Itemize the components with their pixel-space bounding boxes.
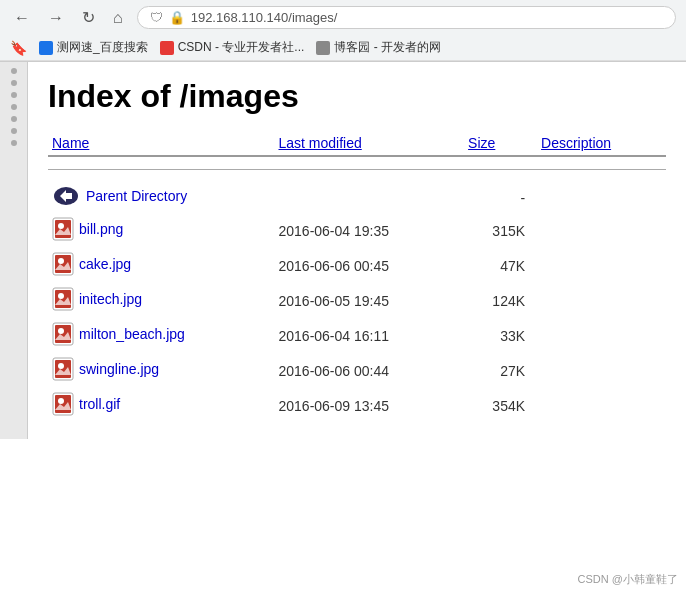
file-name-cell[interactable]: troll.gif (48, 388, 274, 423)
directory-table: Name Last modified Size Description Pare… (48, 131, 666, 423)
table-row: bill.png 2016-06-04 19:35315K (48, 213, 666, 248)
file-name-cell[interactable]: cake.jpg (48, 248, 274, 283)
image-file-icon (52, 217, 74, 241)
table-header-row: Name Last modified Size Description (48, 131, 666, 156)
file-description-cell (537, 213, 666, 248)
bookmark-baidu[interactable]: 测网速_百度搜索 (39, 39, 148, 56)
file-name-label: bill.png (79, 221, 123, 237)
url-text: 192.168.110.140/images/ (191, 10, 338, 25)
parent-dir-icon (52, 186, 80, 206)
sidebar-dot-6 (11, 128, 17, 134)
bookmarks-icon: 🔖 (10, 40, 27, 56)
file-modified-cell: 2016-06-06 00:45 (274, 248, 464, 283)
table-row: initech.jpg 2016-06-05 19:45124K (48, 283, 666, 318)
col-header-name[interactable]: Name (48, 131, 274, 156)
col-header-description[interactable]: Description (537, 131, 666, 156)
file-size-cell: - (464, 182, 537, 213)
shield-icon: 🛡 (150, 10, 163, 25)
bookmark-cnblogs[interactable]: 博客园 - 开发者的网 (316, 39, 441, 56)
table-row: swingline.jpg 2016-06-06 00:4427K (48, 353, 666, 388)
svg-point-16 (58, 328, 64, 334)
bookmarks-bar: 🔖 测网速_百度搜索 CSDN - 专业开发者社... 博客园 - 开发者的网 (0, 35, 686, 61)
file-description-cell (537, 353, 666, 388)
home-button[interactable]: ⌂ (109, 7, 127, 29)
csdn-favicon (160, 41, 174, 55)
svg-point-12 (58, 293, 64, 299)
browser-chrome: ← → ↻ ⌂ 🛡 🔒 192.168.110.140/images/ 🔖 测网… (0, 0, 686, 62)
bookmark-csdn[interactable]: CSDN - 专业开发者社... (160, 39, 305, 56)
image-file-icon (52, 322, 74, 346)
file-modified-cell: 2016-06-04 19:35 (274, 213, 464, 248)
main-content: Index of /images Name Last modified Size… (28, 62, 686, 439)
parent-dir-label: Parent Directory (86, 188, 187, 204)
file-name-cell[interactable]: milton_beach.jpg (48, 318, 274, 353)
file-name-label: swingline.jpg (79, 361, 159, 377)
file-modified-cell: 2016-06-09 13:45 (274, 388, 464, 423)
svg-point-20 (58, 363, 64, 369)
file-size-cell: 354K (464, 388, 537, 423)
file-modified-cell (274, 182, 464, 213)
table-row: milton_beach.jpg 2016-06-04 16:1133K (48, 318, 666, 353)
file-description-cell (537, 283, 666, 318)
bookmark-cnblogs-label: 博客园 - 开发者的网 (334, 39, 441, 56)
col-header-modified[interactable]: Last modified (274, 131, 464, 156)
sidebar-dot-4 (11, 104, 17, 110)
image-file-icon (52, 287, 74, 311)
file-description-cell (537, 248, 666, 283)
file-size-cell: 33K (464, 318, 537, 353)
baidu-favicon (39, 41, 53, 55)
address-bar[interactable]: 🛡 🔒 192.168.110.140/images/ (137, 6, 676, 29)
file-name-cell[interactable]: bill.png (48, 213, 274, 248)
cnblogs-favicon (316, 41, 330, 55)
nav-bar: ← → ↻ ⌂ 🛡 🔒 192.168.110.140/images/ (0, 0, 686, 35)
sidebar-dot-1 (11, 68, 17, 74)
file-name-cell[interactable]: swingline.jpg (48, 353, 274, 388)
image-file-icon (52, 252, 74, 276)
file-size-cell: 47K (464, 248, 537, 283)
file-name-cell[interactable]: initech.jpg (48, 283, 274, 318)
col-header-size[interactable]: Size (464, 131, 537, 156)
back-button[interactable]: ← (10, 7, 34, 29)
sidebar-dot-7 (11, 140, 17, 146)
table-row: Parent Directory - (48, 182, 666, 213)
lock-icon: 🔒 (169, 10, 185, 25)
file-size-cell: 315K (464, 213, 537, 248)
file-description-cell (537, 388, 666, 423)
forward-button[interactable]: → (44, 7, 68, 29)
file-size-cell: 27K (464, 353, 537, 388)
sidebar-dot-3 (11, 92, 17, 98)
sidebar-dot-5 (11, 116, 17, 122)
page-layout: Index of /images Name Last modified Size… (0, 62, 686, 439)
bookmark-baidu-label: 测网速_百度搜索 (57, 39, 148, 56)
file-description-cell (537, 182, 666, 213)
page-title: Index of /images (48, 78, 666, 115)
bookmark-csdn-label: CSDN - 专业开发者社... (178, 39, 305, 56)
file-name-label: initech.jpg (79, 291, 142, 307)
table-row: cake.jpg 2016-06-06 00:4547K (48, 248, 666, 283)
svg-point-8 (58, 258, 64, 264)
file-modified-cell: 2016-06-05 19:45 (274, 283, 464, 318)
image-file-icon (52, 392, 74, 416)
file-name-label: milton_beach.jpg (79, 326, 185, 342)
sidebar-dot-2 (11, 80, 17, 86)
file-name-cell[interactable]: Parent Directory (48, 182, 274, 213)
file-description-cell (537, 318, 666, 353)
table-row: troll.gif 2016-06-09 13:45354K (48, 388, 666, 423)
svg-point-24 (58, 398, 64, 404)
refresh-button[interactable]: ↻ (78, 6, 99, 29)
sidebar-strip (0, 62, 28, 439)
file-name-label: troll.gif (79, 396, 120, 412)
file-size-cell: 124K (464, 283, 537, 318)
image-file-icon (52, 357, 74, 381)
svg-point-4 (58, 223, 64, 229)
file-name-label: cake.jpg (79, 256, 131, 272)
file-modified-cell: 2016-06-06 00:44 (274, 353, 464, 388)
file-modified-cell: 2016-06-04 16:11 (274, 318, 464, 353)
